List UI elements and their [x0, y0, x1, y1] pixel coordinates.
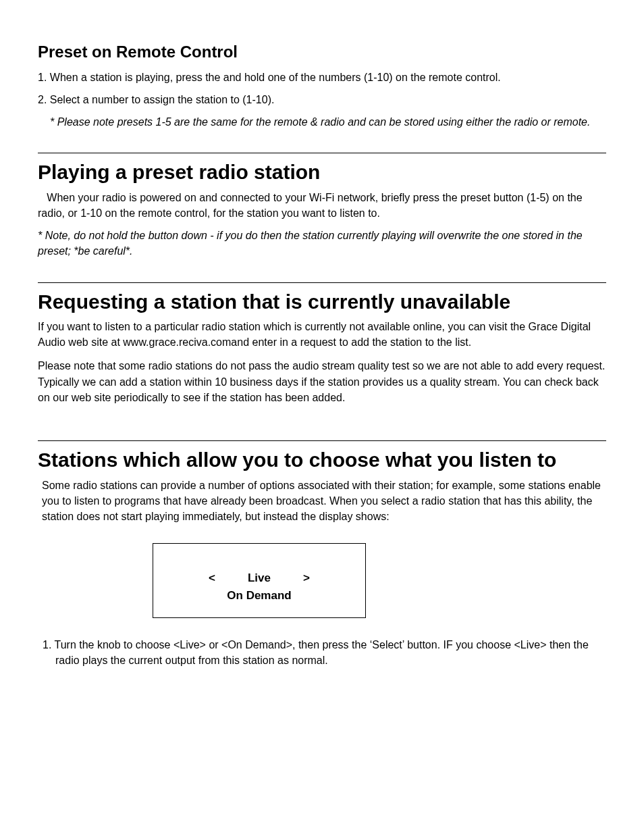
- section-heading-requesting-station: Requesting a station that is currently u…: [38, 287, 606, 317]
- section-divider: [38, 440, 606, 441]
- body-text: When your radio is powered on and connec…: [38, 190, 606, 221]
- body-text: Please note that some radio stations do …: [38, 358, 606, 405]
- note-text: * Note, do not hold the button down - if…: [38, 228, 606, 259]
- list-item: 1. Turn the knob to choose <Live> or <On…: [38, 637, 606, 668]
- note-text: * Please note presets 1-5 are the same f…: [50, 114, 606, 130]
- list-item: 2. Select a number to assign the station…: [38, 92, 606, 107]
- body-text: If you want to listen to a particular ra…: [38, 319, 606, 350]
- section-heading-stations-choose: Stations which allow you to choose what …: [38, 445, 606, 475]
- section-heading-playing-preset: Playing a preset radio station: [38, 157, 606, 187]
- section-heading-preset-remote: Preset on Remote Control: [38, 41, 606, 64]
- display-right-chevron: >: [303, 569, 310, 587]
- section-divider: [38, 282, 606, 283]
- list-item: 1. When a station is playing, press the …: [38, 70, 606, 85]
- display-option-live: Live: [248, 569, 271, 587]
- display-left-chevron: <: [209, 569, 215, 587]
- body-text: Some radio stations can provide a number…: [42, 478, 606, 525]
- display-box: < Live > On Demand: [153, 543, 366, 618]
- section-divider: [38, 153, 606, 153]
- display-option-on-demand: On Demand: [165, 587, 353, 605]
